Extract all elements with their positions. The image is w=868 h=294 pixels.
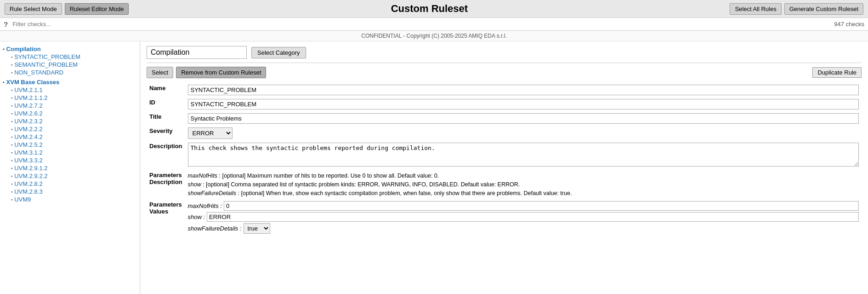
id-value-cell [185, 97, 862, 111]
sidebar-item-uvm-3-1-2[interactable]: UVM.3.1.2 [2, 149, 138, 156]
action-bar: Select Remove from Custom Ruleset Duplic… [147, 67, 862, 78]
title-label: Title [147, 111, 185, 126]
sidebar-category-compilation-label[interactable]: Compilation [2, 45, 138, 53]
sidebar-item-uvm9[interactable]: UVM9 [2, 196, 138, 203]
action-bar-left: Select Remove from Custom Ruleset [147, 67, 266, 78]
severity-value-cell: ERROR WARNING INFO DISABLED [185, 126, 862, 141]
sidebar-item-semantic-problem[interactable]: SEMANTIC_PROBLEM [2, 61, 138, 69]
sidebar-item-uvm-2-9-2-2[interactable]: UVM.2.9.2.2 [2, 172, 138, 180]
sidebar-item-uvm-2-7-2[interactable]: UVM.2.7.2 [2, 102, 138, 110]
generate-custom-ruleset-button[interactable]: Generate Custom Ruleset [784, 3, 863, 15]
action-bar-right: Duplicate Rule [812, 67, 862, 78]
sidebar-category-xvm: XVM Base Classes UVM.2.1.1 UVM.2.1.1.2 U… [2, 78, 138, 203]
sidebar-item-uvm-2-1-1[interactable]: UVM.2.1.1 [2, 86, 138, 94]
description-value-cell: This check shows the syntactic problems … [185, 141, 862, 170]
severity-row: Severity ERROR WARNING INFO DISABLED [147, 126, 862, 141]
panel-title-input[interactable] [147, 46, 247, 59]
param-show-row: show : [188, 212, 859, 222]
toolbar: Rule Select Mode Ruleset Editor Mode Cus… [0, 0, 868, 18]
name-value-cell [185, 83, 862, 97]
params-desc-line1: maxNofHits : [optional] Maximum number o… [188, 172, 859, 180]
params-desc-label: Parameters Description [147, 170, 185, 199]
param-maxNofHits-input[interactable] [224, 201, 859, 211]
param-maxNofHits-row: maxNofHits : [188, 201, 859, 211]
confidential-bar: CONFIDENTIAL - Copyright (C) 2005-2025 A… [0, 31, 868, 41]
param-show-label: show : [188, 213, 205, 220]
sidebar-item-syntactic-problem[interactable]: SYNTACTIC_PROBLEM [2, 53, 138, 61]
title-input[interactable] [188, 113, 859, 124]
right-panel: Select Category Select Remove from Custo… [140, 41, 868, 294]
param-showFailureDetails-select[interactable]: true false [244, 223, 270, 234]
sidebar-item-uvm-3-3-2[interactable]: UVM.3.3.2 [2, 156, 138, 164]
params-values-value-cell: maxNofHits : show : showFailureDetails : [185, 199, 862, 236]
title-value-cell [185, 111, 862, 126]
sidebar-item-uvm-2-8-3[interactable]: UVM.2.8.3 [2, 188, 138, 196]
rule-select-mode-button[interactable]: Rule Select Mode [5, 3, 62, 15]
sidebar-item-uvm-2-6-2[interactable]: UVM.2.6.2 [2, 110, 138, 117]
params-desc-line2: show : [optional] Comma separated list o… [188, 180, 859, 189]
toolbar-right: Select All Rules Generate Custom Ruleset [730, 3, 863, 15]
sidebar-category-xvm-label[interactable]: XVM Base Classes [2, 78, 138, 86]
param-showFailureDetails-label: showFailureDetails : [188, 225, 242, 232]
params-values-label: Parameters Values [147, 199, 185, 236]
sidebar-item-uvm-2-5-2[interactable]: UVM.2.5.2 [2, 141, 138, 149]
select-category-button[interactable]: Select Category [251, 47, 306, 58]
checks-count: 947 checks [834, 21, 864, 28]
sidebar-item-uvm-2-8-2[interactable]: UVM.2.8.2 [2, 180, 138, 188]
toolbar-center: Custom Ruleset [132, 3, 726, 15]
duplicate-rule-button[interactable]: Duplicate Rule [812, 67, 862, 78]
sidebar-category-compilation: Compilation SYNTACTIC_PROBLEM SEMANTIC_P… [2, 45, 138, 76]
title-row: Title [147, 111, 862, 126]
param-showFailureDetails-row: showFailureDetails : true false [188, 223, 859, 234]
params-values-row: Parameters Values maxNofHits : show : [147, 199, 862, 236]
params-values-block: maxNofHits : show : showFailureDetails : [188, 201, 859, 234]
panel-header: Select Category [147, 46, 862, 59]
help-icon[interactable]: ? [4, 20, 8, 28]
xvm-label: XVM Base Classes [6, 79, 60, 86]
sidebar-item-uvm-2-9-1-2[interactable]: UVM.2.9.1.2 [2, 164, 138, 172]
search-bar: ? 947 checks [0, 18, 868, 31]
id-label: ID [147, 97, 185, 111]
compilation-label: Compilation [6, 46, 41, 52]
param-maxNofHits-label: maxNofHits : [188, 202, 222, 209]
description-label: Description [147, 141, 185, 170]
params-desc-text: maxNofHits : [optional] Maximum number o… [188, 172, 859, 197]
param-show-input[interactable] [207, 212, 859, 222]
page-title: Custom Ruleset [391, 3, 468, 14]
select-button[interactable]: Select [147, 67, 173, 78]
detail-table: Name ID Title [147, 83, 862, 236]
toolbar-left: Rule Select Mode Ruleset Editor Mode [5, 3, 129, 15]
sidebar-item-non-standard[interactable]: NON_STANDARD [2, 69, 138, 76]
select-all-rules-button[interactable]: Select All Rules [730, 3, 781, 15]
id-row: ID [147, 97, 862, 111]
name-row: Name [147, 83, 862, 97]
id-input[interactable] [188, 99, 859, 110]
params-desc-row: Parameters Description maxNofHits : [opt… [147, 170, 862, 199]
sidebar-item-uvm-2-1-1-2[interactable]: UVM.2.1.1.2 [2, 94, 138, 102]
name-input[interactable] [188, 85, 859, 95]
params-desc-line3: showFailureDetails : [optional] When tru… [188, 189, 859, 198]
severity-select[interactable]: ERROR WARNING INFO DISABLED [188, 127, 233, 139]
sidebar: Compilation SYNTACTIC_PROBLEM SEMANTIC_P… [0, 41, 140, 294]
sidebar-item-uvm-2-4-2[interactable]: UVM.2.4.2 [2, 133, 138, 141]
description-row: Description This check shows the syntact… [147, 141, 862, 170]
sidebar-item-uvm-2-2-2[interactable]: UVM.2.2.2 [2, 125, 138, 133]
severity-label: Severity [147, 126, 185, 141]
main-content: Compilation SYNTACTIC_PROBLEM SEMANTIC_P… [0, 41, 868, 294]
ruleset-editor-mode-button[interactable]: Ruleset Editor Mode [65, 3, 129, 15]
search-input[interactable] [11, 20, 831, 29]
remove-button[interactable]: Remove from Custom Ruleset [176, 67, 266, 78]
params-desc-value-cell: maxNofHits : [optional] Maximum number o… [185, 170, 862, 199]
sidebar-item-uvm-2-3-2[interactable]: UVM.2.3.2 [2, 117, 138, 125]
confidential-text: CONFIDENTIAL - Copyright (C) 2005-2025 A… [361, 33, 506, 39]
name-label: Name [147, 83, 185, 97]
divider-1 [147, 63, 862, 63]
description-textarea[interactable]: This check shows the syntactic problems … [188, 143, 859, 167]
